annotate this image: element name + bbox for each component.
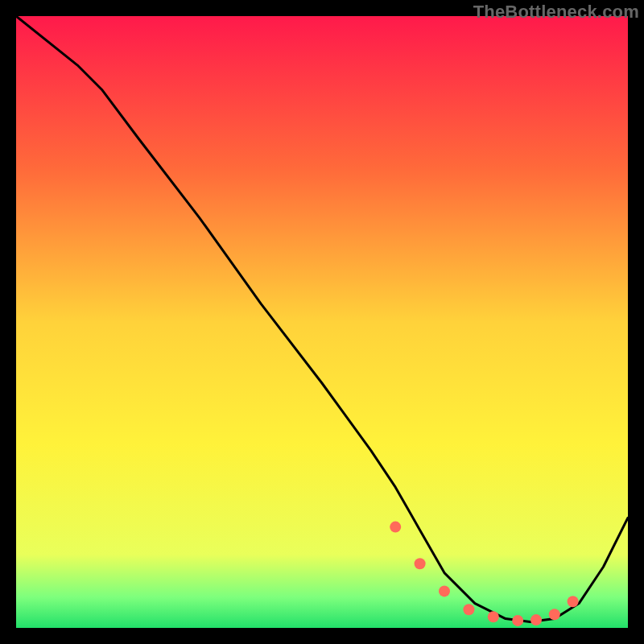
marker-dot: [488, 611, 499, 622]
marker-dot: [512, 615, 523, 626]
bottleneck-chart: [16, 16, 628, 628]
marker-dot: [390, 522, 401, 533]
chart-frame: TheBottleneck.com: [0, 0, 644, 644]
marker-dot: [415, 558, 426, 569]
marker-dot: [463, 604, 474, 615]
marker-dot: [568, 596, 579, 607]
marker-dot: [530, 614, 542, 625]
marker-dot: [439, 585, 450, 597]
watermark-text: TheBottleneck.com: [473, 2, 639, 23]
gradient-background: [16, 16, 628, 628]
marker-dot: [549, 609, 560, 620]
